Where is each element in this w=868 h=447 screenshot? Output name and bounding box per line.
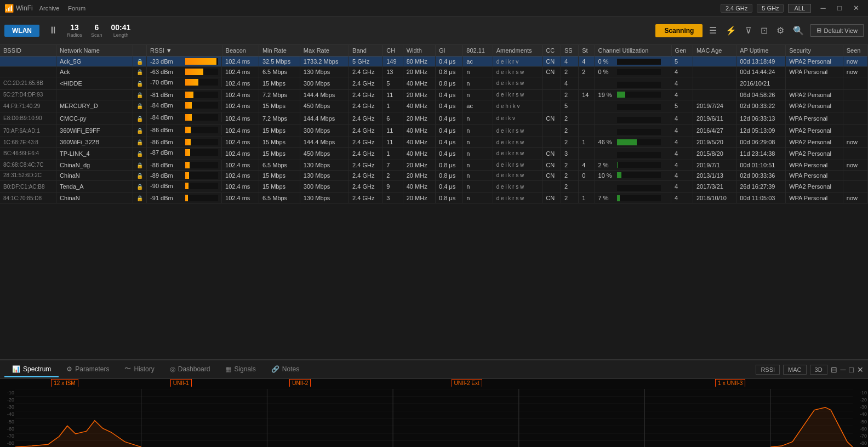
table-row[interactable]: 28:31:52:6D:2CChinaN🔒-89 dBm102.4 ms15 M… [0,170,868,180]
table-row[interactable]: 44:F9:71:40:29MERCURY_D🔒-84 dBm102.4 ms1… [0,100,868,112]
tab-dashboard[interactable]: ◎ Dashboard [162,362,218,377]
lock-icon: 🔒 [136,195,143,201]
cell-amendments: d e i k r s w [493,77,542,90]
cell-dot11: n [463,89,493,100]
cell-ap-uptime: 2016/10/21 [736,77,786,90]
tab-parameters[interactable]: ⚙ Parameters [59,362,117,377]
scanning-button[interactable]: Scanning [655,24,703,37]
cell-channel-util: 0 % [595,56,672,66]
archive-link[interactable]: Archive [39,5,60,12]
col-rssi[interactable]: RSSI ▼ [147,45,222,56]
panel-minimize-icon[interactable]: ─ [841,365,846,374]
table-row[interactable]: B0:DF:C1:AC:B8Tenda_A🔒-90 dBm102.4 ms15 … [0,180,868,193]
cell-network-name: ChinaN_dg [56,160,133,170]
cell-channel-util: 19 % [595,90,672,100]
rssi-bar [185,172,189,179]
columns-icon[interactable]: ☰ [707,24,719,37]
freq-5g-button[interactable]: 5 GHz [757,4,784,13]
filter-icon[interactable]: ⚡ [723,24,739,37]
cell-band: 2.4 GHz [349,100,383,112]
panel-maximize-icon[interactable]: □ [849,365,854,374]
wlan-button[interactable]: WLAN [4,25,39,37]
util-value: 10 % [598,172,615,179]
table-row[interactable]: 5C:27:D4:DF:93🔒-81 dBm102.4 ms7.2 Mbps14… [0,89,868,100]
col-network-name[interactable]: Network Name [56,45,133,56]
col-ap-uptime[interactable]: AP Uptime [736,45,786,56]
search-icon[interactable]: 🔍 [791,24,806,37]
cell-dot11: n [463,170,493,180]
cell-seen [843,77,867,90]
rssi-ctrl-button[interactable]: RSSI [756,365,780,375]
table-row[interactable]: Ack_5G🔒-23 dBm102.4 ms32.5 Mbps1733.2 Mb… [0,56,868,67]
table-row[interactable]: 84:1C:70:85:D8ChinaN🔒-91 dBm102.4 ms6.5 … [0,193,868,203]
cell-ss: 2 [561,160,578,170]
col-gen[interactable]: Gen [671,45,693,56]
tab-signals[interactable]: ▦ Signals [218,362,263,377]
col-security[interactable]: Security [786,45,843,56]
table-row[interactable]: 8C:68:C8:4C:7CChinaN_dg🔒-88 dBm102.4 ms6… [0,160,868,170]
col-band[interactable]: Band [349,45,383,56]
col-amendments[interactable]: Amendments [493,45,542,56]
cell-max-rate: 1733.2 Mbps [300,56,349,67]
rssi-bar [185,58,216,65]
table-row[interactable]: E8:D0:B9:10:90CMCC-py🔒-84 dBm102.4 ms7.2… [0,112,868,125]
maximize-button[interactable]: □ [832,3,847,14]
cell-beacon: 102.4 ms [222,180,259,193]
cell-st: 4 [579,56,595,67]
close-button[interactable]: ✕ [848,3,864,14]
col-st[interactable]: St [579,45,595,56]
cell-rssi: -88 dBm [147,160,222,170]
threed-ctrl-button[interactable]: 3D [810,365,827,375]
col-lock [133,45,147,56]
cell-st [579,125,595,137]
col-width[interactable]: Width [403,45,435,56]
tag-icon[interactable]: ⊡ [758,24,770,37]
col-max-rate[interactable]: Max Rate [300,45,349,56]
col-min-rate[interactable]: Min Rate [259,45,300,56]
tab-history[interactable]: 〜 History [117,361,162,378]
rssi-value: -89 dBm [150,172,183,179]
cell-beacon: 102.4 ms [222,170,259,180]
minimize-button[interactable]: ─ [815,3,831,14]
col-seen[interactable]: Seen [843,45,867,56]
cell-ch: 11 [383,137,403,148]
col-ch[interactable]: CH [383,45,403,56]
col-ss[interactable]: SS [561,45,578,56]
table-row[interactable]: Ack🔒-63 dBm102.4 ms6.5 Mbps130 Mbps2.4 G… [0,67,868,77]
filter2-icon[interactable]: ⊽ [743,24,754,37]
default-view-button[interactable]: ⊞ Default View [810,24,864,37]
cell-security: WPA2 Personal [786,125,843,137]
table-row[interactable]: 1C:68:7E:43:8360WiFi_322B🔒-86 dBm102.4 m… [0,137,868,148]
tab-notes[interactable]: 🔗 Notes [264,362,307,377]
settings-icon[interactable]: ⚙ [774,24,786,37]
tab-spectrum[interactable]: 📊 Spectrum [4,362,59,377]
freq-2g-button[interactable]: 2.4 GHz [721,4,752,13]
col-channel-util[interactable]: Channel Utilization [595,45,671,56]
cell-min-rate: 6.5 Mbps [259,160,300,170]
util-bar-container [617,172,661,178]
col-8011[interactable]: 802.11 [463,45,493,56]
col-cc[interactable]: CC [542,45,561,56]
band-unii3-label: 1 x UNII-3 [715,379,745,387]
mac-ctrl-button[interactable]: MAC [783,365,806,375]
forum-link[interactable]: Forum [68,5,85,12]
col-beacon[interactable]: Beacon [222,45,259,56]
cell-beacon: 102.4 ms [222,89,259,100]
freq-all-button[interactable]: ALL [788,4,811,13]
panel-close-icon[interactable]: ✕ [857,365,864,374]
cell-band: 2.4 GHz [349,77,383,90]
col-gi[interactable]: GI [436,45,463,56]
cell-cc [542,89,561,100]
col-mac-age[interactable]: MAC Age [693,45,736,56]
util-bar-container [617,92,661,98]
cell-rssi: -87 dBm [147,148,222,157]
cell-gi: 0.4 μs [436,100,463,112]
network-table-container[interactable]: BSSID Network Name RSSI ▼ Beacon Min Rat… [0,45,868,359]
panel-options-icon[interactable]: ⊟ [831,365,837,374]
table-row[interactable]: BC:46:99:E6:4TP-LINK_4🔒-87 dBm102.4 ms15… [0,148,868,160]
cell-ch: 149 [383,56,403,67]
table-row[interactable]: CC:2D:21:65:8B<HIDDE🔒-70 dBm102.4 ms15 M… [0,77,868,90]
table-row[interactable]: 70:AF:6A:AD:1360WiFi_E9FF🔒-86 dBm102.4 m… [0,125,868,137]
col-bssid[interactable]: BSSID [0,45,56,56]
pause-button[interactable]: ⏸ [48,25,58,36]
